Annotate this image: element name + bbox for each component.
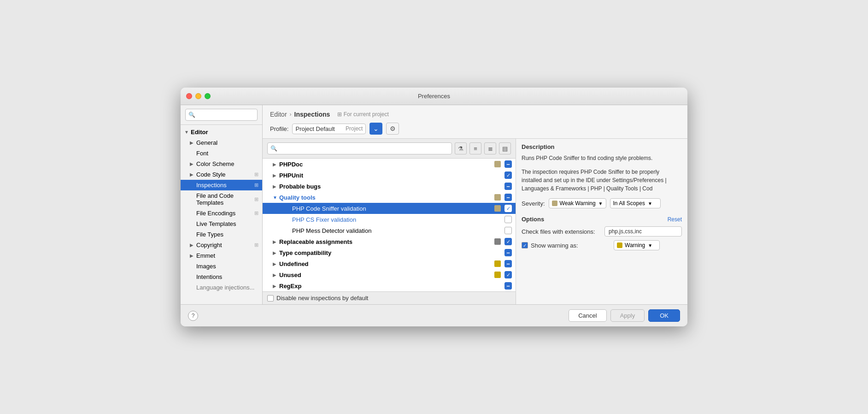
sidebar-item-label: Inspections [196, 182, 252, 189]
footer-right: Cancel Apply OK [569, 309, 680, 322]
severity-dropdown[interactable]: Weak Warning ▼ [549, 198, 606, 208]
ok-button[interactable]: OK [648, 309, 680, 322]
reset-button[interactable]: Reset [668, 216, 682, 223]
insp-checkbox[interactable]: − [504, 249, 512, 256]
sidebar-item-font[interactable]: Font [181, 148, 262, 159]
insp-checkbox[interactable]: − [504, 160, 512, 168]
help-button[interactable]: ? [188, 311, 198, 321]
chevron-down-icon: ▼ [598, 201, 603, 206]
insp-item-php-mess[interactable]: PHP Mess Detector validation [263, 225, 516, 236]
collapse-all-button[interactable]: ≣ [484, 142, 496, 154]
breadcrumb-separator: › [290, 111, 292, 118]
arrow-icon: ▶ [273, 162, 279, 167]
sidebar-item-inspections[interactable]: Inspections ⊞ [181, 180, 262, 190]
sidebar-item-color-scheme[interactable]: ▶ Color Scheme [181, 159, 262, 169]
insp-item-replaceable[interactable]: ▶ Replaceable assignments ✓ [263, 236, 516, 247]
maximize-button[interactable] [205, 93, 211, 99]
cancel-button[interactable]: Cancel [569, 309, 606, 322]
insp-checkbox[interactable] [504, 227, 512, 234]
insp-label: Probable bugs [279, 183, 496, 190]
sidebar-item-label: Font [196, 150, 258, 157]
sidebar-item-language-injections[interactable]: Language injections... [181, 282, 262, 293]
sidebar-item-file-types[interactable]: File Types [181, 229, 262, 240]
severity-color-dot [494, 238, 501, 245]
inspections-toolbar: 🔍 ⚗ ≡ ≣ ▤ [263, 139, 516, 159]
sidebar-item-file-encodings[interactable]: File Encodings ⊞ [181, 208, 262, 219]
inspections-panel: 🔍 ⚗ ≡ ≣ ▤ ▶ PHPDoc [263, 139, 516, 304]
show-warning-checkbox[interactable]: ✓ [522, 242, 528, 248]
description-title: Description [522, 143, 682, 150]
insp-checkbox[interactable]: ✓ [504, 238, 512, 245]
insp-checkbox[interactable]: ✓ [504, 205, 512, 212]
sidebar-item-label: Live Templates [196, 220, 258, 227]
insp-item-regexp[interactable]: ▶ RegExp − [263, 280, 516, 291]
sidebar-item-emmet[interactable]: ▶ Emmet [181, 250, 262, 261]
check-files-input[interactable] [604, 226, 682, 237]
check-files-label: Check files with extensions: [522, 228, 604, 235]
insp-item-phpunit[interactable]: ▶ PHPUnit ✓ [263, 170, 516, 181]
copy-icon: ⊞ [254, 196, 258, 202]
main-panel: Editor › Inspections ⊞ For current proje… [263, 105, 687, 304]
sidebar-item-copyright[interactable]: ▶ Copyright ⊞ [181, 240, 262, 250]
view-options-button[interactable]: ▤ [499, 142, 511, 154]
arrow-icon: ▶ [190, 140, 196, 145]
insp-label: Unused [279, 272, 494, 278]
arrow-icon: ▶ [190, 172, 196, 177]
inspections-search-wrapper: 🔍 [267, 142, 452, 154]
show-warning-row: ✓ Show warning as: Warning ▼ [522, 240, 682, 250]
disable-checkbox[interactable] [267, 295, 274, 302]
insp-item-unused[interactable]: ▶ Unused ✓ [263, 269, 516, 280]
insp-checkbox[interactable]: − [504, 260, 512, 267]
close-button[interactable] [186, 93, 192, 99]
scope-dropdown[interactable]: In All Scopes ▼ [610, 198, 661, 208]
arrow-icon: ▼ [273, 195, 279, 200]
severity-color-dot [494, 205, 501, 212]
arrow-icon: ▼ [184, 130, 191, 135]
sidebar-item-images[interactable]: Images [181, 261, 262, 272]
content-area: 🔍 ▼ Editor ▶ General Font [181, 105, 687, 304]
severity-value: Weak Warning [560, 200, 596, 207]
warning-dropdown[interactable]: Warning ▼ [614, 240, 660, 250]
inspections-search-input[interactable] [279, 145, 449, 152]
warning-value: Warning [625, 242, 645, 248]
insp-checkbox[interactable]: − [504, 282, 512, 290]
insp-checkbox[interactable]: ✓ [504, 172, 512, 179]
apply-button[interactable]: Apply [610, 309, 645, 322]
scope-value: In All Scopes [613, 200, 645, 207]
insp-item-quality-tools[interactable]: ▼ Quality tools − [263, 192, 516, 203]
sidebar-item-general[interactable]: ▶ General [181, 137, 262, 148]
sidebar-item-live-templates[interactable]: Live Templates [181, 219, 262, 229]
sidebar-search-input[interactable] [197, 112, 254, 118]
expand-all-button[interactable]: ≡ [469, 142, 481, 154]
sidebar-item-label: Language injections... [196, 284, 258, 291]
insp-item-undefined[interactable]: ▶ Undefined − [263, 258, 516, 269]
arrow-icon: ▶ [273, 261, 279, 266]
sidebar-item-label: Images [196, 263, 258, 270]
chevron-down-icon: ▼ [648, 201, 652, 206]
profile-select[interactable]: Project Default Project [292, 124, 366, 134]
profile-dropdown-button[interactable]: ⌄ [369, 123, 382, 135]
description-text1: Runs PHP Code Sniffer to find coding sty… [522, 154, 682, 162]
arrow-icon: ▶ [273, 284, 279, 289]
sidebar-item-editor[interactable]: ▼ Editor [181, 127, 262, 137]
arrow-icon: ▶ [190, 161, 196, 166]
insp-checkbox[interactable]: ✓ [504, 271, 512, 278]
insp-label: Replaceable assignments [279, 238, 494, 245]
insp-checkbox[interactable]: − [504, 194, 512, 201]
filter-button[interactable]: ⚗ [455, 142, 467, 154]
profile-settings-button[interactable]: ⚙ [386, 123, 399, 135]
insp-checkbox[interactable] [504, 216, 512, 223]
insp-item-probable-bugs[interactable]: ▶ Probable bugs − [263, 181, 516, 192]
insp-item-php-cs-fixer[interactable]: PHP CS Fixer validation [263, 214, 516, 225]
insp-item-type-compat[interactable]: ▶ Type compatibility − [263, 247, 516, 258]
sidebar-item-code-style[interactable]: ▶ Code Style ⊞ [181, 169, 262, 180]
sidebar-item-label: File Encodings [196, 210, 252, 217]
description-text2: The inspection requires PHP Code Sniffer… [522, 168, 682, 193]
sidebar-item-intentions[interactable]: Intentions [181, 272, 262, 282]
insp-item-phpdoc[interactable]: ▶ PHPDoc − [263, 159, 516, 170]
minimize-button[interactable] [195, 93, 201, 99]
sidebar-item-file-code-templates[interactable]: File and Code Templates ⊞ [181, 190, 262, 208]
sidebar-item-label: General [196, 139, 258, 146]
insp-checkbox[interactable]: − [504, 183, 512, 190]
insp-item-php-code-sniffer[interactable]: PHP Code Sniffer validation ✓ [263, 203, 516, 214]
